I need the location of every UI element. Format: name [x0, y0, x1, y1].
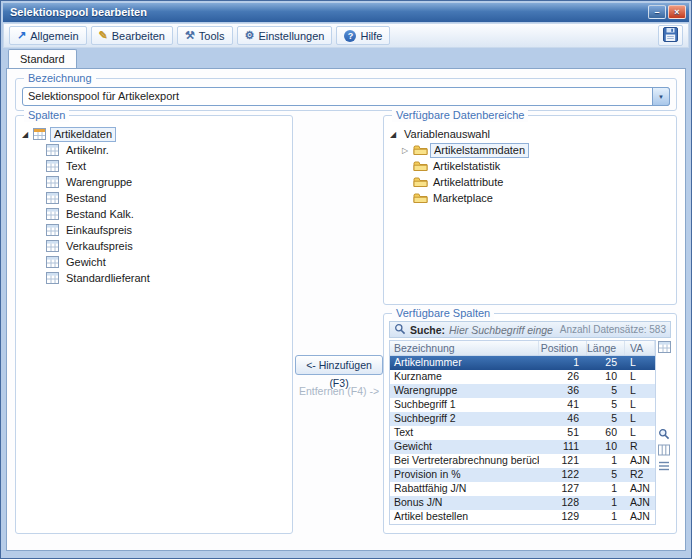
cell-va: R — [625, 440, 655, 454]
spalten-group: Spalten ◢ Artikeldaten Artikelnr.TextWar… — [15, 115, 293, 534]
record-count: Anzahl Datensätze: 583 — [560, 324, 666, 335]
cell-va: L — [625, 356, 655, 370]
table-row[interactable]: Warengruppe365L — [390, 384, 655, 398]
spalten-tree-item[interactable]: Einkaufspreis — [22, 222, 288, 238]
table-row[interactable]: Artikelnummer125L — [390, 356, 655, 370]
cell-va: L — [625, 398, 655, 412]
close-button[interactable]: × — [668, 5, 686, 19]
spalten-tree-item[interactable]: Gewicht — [22, 254, 288, 270]
toolbar-button-hilfe[interactable]: ?Hilfe — [336, 26, 390, 45]
tree-item-label: Artikelstatistik — [430, 160, 503, 173]
toolbar-button-allgemein[interactable]: ↗Allgemein — [9, 26, 87, 45]
cell-bezeichnung: Bonus J/N — [390, 496, 539, 510]
folder-icon — [413, 176, 430, 188]
columns-icon[interactable] — [658, 444, 671, 457]
cell-position: 46 — [539, 412, 587, 426]
bezeichnung-group: Bezeichnung Selektionspool für Artikelex… — [15, 78, 677, 111]
table-row[interactable]: Suchbegriff 1415L — [390, 398, 655, 412]
expanded-triangle-icon[interactable]: ◢ — [22, 130, 33, 139]
table-row[interactable]: Gewicht11110R — [390, 440, 655, 454]
save-button[interactable] — [658, 25, 683, 46]
tree-item-label: Artikelstammdaten — [430, 143, 529, 158]
cell-position: 128 — [539, 496, 587, 510]
folder-icon — [413, 144, 430, 156]
search-icon — [394, 323, 406, 337]
datenbereiche-tree: ◢ Variablenauswahl ▷ArtikelstammdatenArt… — [390, 126, 672, 300]
datenbereiche-tree-item[interactable]: Artikelattribute — [390, 174, 672, 190]
table-row[interactable]: Provision in %1225R2 — [390, 468, 655, 482]
table-row[interactable]: Kurzname2610L — [390, 370, 655, 384]
toolbar-button-bearbeiten[interactable]: ✎Bearbeiten — [91, 26, 173, 45]
cell-position: 122 — [539, 468, 587, 482]
grid-icon[interactable] — [658, 341, 671, 354]
cell-laenge: 25 — [587, 356, 625, 370]
spalten-tree-item[interactable]: Verkaufspreis — [22, 238, 288, 254]
remove-button-disabled[interactable]: Entfernen (F4) -> — [289, 385, 389, 397]
table-icon — [46, 160, 63, 172]
cell-laenge: 1 — [587, 482, 625, 496]
datenbereiche-tree-root[interactable]: ◢ Variablenauswahl — [390, 126, 672, 142]
datenbereiche-tree-item[interactable]: Artikelstatistik — [390, 158, 672, 174]
bezeichnung-combobox[interactable]: Selektionspool für Artikelexport ▼ — [22, 87, 670, 106]
spalten-tree-item[interactable]: Text — [22, 158, 288, 174]
spalten-tree-item[interactable]: Standardlieferant — [22, 270, 288, 286]
cell-bezeichnung: Suchbegriff 1 — [390, 398, 539, 412]
toolbar: ↗Allgemein✎Bearbeiten⚒Tools⚙Einstellunge… — [3, 23, 689, 48]
spalten-tree-item[interactable]: Warengruppe — [22, 174, 288, 190]
table-row[interactable]: Bonus J/N1281AJN — [390, 496, 655, 510]
toolbar-button-label: Einstellungen — [258, 30, 324, 42]
spalten-tree-item[interactable]: Bestand — [22, 190, 288, 206]
window-title: Selektionspool bearbeiten — [10, 6, 147, 18]
collapsed-triangle-icon[interactable]: ▷ — [402, 146, 413, 155]
toolbar-button-label: Hilfe — [360, 30, 382, 42]
column-header-bezeichnung[interactable]: Bezeichnung — [390, 341, 539, 355]
cell-laenge: 5 — [587, 398, 625, 412]
zoom-icon[interactable] — [658, 428, 671, 441]
spalten-tree-children: Artikelnr.TextWarengruppeBestandBestand … — [22, 142, 288, 286]
tree-item-label: Einkaufspreis — [63, 224, 135, 237]
table-row[interactable]: Rabattfähig J/N1271AJN — [390, 482, 655, 496]
spalten-tree-root[interactable]: ◢ Artikeldaten — [22, 126, 288, 142]
cell-position: 51 — [539, 426, 587, 440]
column-header-va[interactable]: VA — [625, 341, 655, 355]
spalten-tree-item[interactable]: Bestand Kalk. — [22, 206, 288, 222]
spalten-tree-item[interactable]: Artikelnr. — [22, 142, 288, 158]
list-icon[interactable] — [658, 460, 671, 473]
chevron-down-icon[interactable]: ▼ — [652, 87, 670, 106]
table-body: Artikelnummer125LKurzname2610LWarengrupp… — [390, 356, 655, 524]
table-icon — [46, 208, 63, 220]
cell-laenge: 5 — [587, 412, 625, 426]
table-row[interactable]: Text5160L — [390, 426, 655, 440]
datenbereiche-tree-item[interactable]: ▷Artikelstammdaten — [390, 142, 672, 158]
window-controls: – × — [648, 5, 686, 19]
tree-item-label: Artikelattribute — [430, 176, 506, 189]
column-header-laenge[interactable]: Länge — [587, 341, 625, 355]
toolbar-button-tools[interactable]: ⚒Tools — [177, 26, 233, 45]
toolbar-button-einstellungen[interactable]: ⚙Einstellungen — [237, 26, 333, 45]
table-row[interactable]: Suchbegriff 2465L — [390, 412, 655, 426]
add-button[interactable]: <- Hinzufügen (F3) — [295, 355, 383, 375]
toolbar-buttons: ↗Allgemein✎Bearbeiten⚒Tools⚙Einstellunge… — [9, 26, 390, 45]
title-bar[interactable]: Selektionspool bearbeiten – × — [3, 3, 689, 22]
datenbereiche-group: Verfügbare Datenbereiche ◢ Variablenausw… — [383, 115, 677, 305]
cell-bezeichnung: Gewicht — [390, 440, 539, 454]
cell-position: 1 — [539, 356, 587, 370]
cell-bezeichnung: Bei Vertreterabrechnung berücksichtige — [390, 454, 539, 468]
content-panel: Bezeichnung Selektionspool für Artikelex… — [6, 68, 686, 551]
cell-position: 36 — [539, 384, 587, 398]
table-row[interactable]: Artikel bestellen1291AJN — [390, 510, 655, 524]
expanded-triangle-icon[interactable]: ◢ — [390, 130, 401, 139]
tree-item-label: Standardlieferant — [63, 272, 153, 285]
cell-bezeichnung: Artikelnummer — [390, 356, 539, 370]
datenbereiche-tree-item[interactable]: Marketplace — [390, 190, 672, 206]
search-input[interactable] — [449, 324, 556, 336]
tree-item-label: Artikelnr. — [63, 144, 112, 157]
table-icon — [46, 272, 63, 284]
column-header-position[interactable]: Position — [539, 341, 587, 355]
minimize-button[interactable]: – — [648, 5, 666, 19]
cell-va: L — [625, 370, 655, 384]
tab-standard[interactable]: Standard — [8, 49, 77, 68]
table-row[interactable]: Bei Vertreterabrechnung berücksichtige12… — [390, 454, 655, 468]
toolbar-button-label: Bearbeiten — [112, 30, 165, 42]
cell-va: AJN — [625, 482, 655, 496]
